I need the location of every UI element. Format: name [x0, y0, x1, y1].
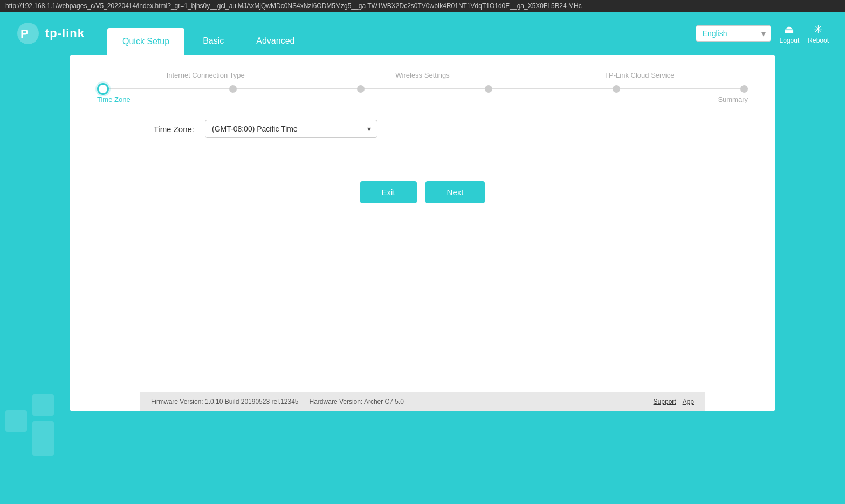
- watermark: [5, 394, 59, 461]
- language-selector-wrapper: English Chinese French: [696, 25, 771, 42]
- header-right: English Chinese French ⏏ Logout ✳ Reboot: [696, 23, 829, 44]
- nav-tabs: Quick Setup Basic Advanced: [106, 12, 696, 55]
- logout-button[interactable]: ⏏ Logout: [780, 23, 800, 44]
- steps-bottom-labels: Time Zone Summary: [97, 95, 748, 103]
- step-dot-0: [97, 83, 109, 95]
- step-label-wireless: Wireless Settings: [314, 71, 531, 79]
- step-dot-1: [229, 85, 237, 93]
- step-dot-4: [613, 85, 620, 93]
- step-label-cloud: TP-Link Cloud Service: [531, 71, 748, 79]
- step-label-timezone: Time Zone: [97, 95, 130, 103]
- logo-text: tp-link: [45, 26, 85, 40]
- tp-link-logo-icon: P: [16, 22, 40, 45]
- reboot-button[interactable]: ✳ Reboot: [808, 23, 829, 44]
- progress-track: [97, 82, 748, 95]
- logo-area: P tp-link: [16, 22, 85, 45]
- timezone-row: Time Zone: (GMT-12:00) International Dat…: [124, 120, 721, 138]
- timezone-select[interactable]: (GMT-12:00) International Date Line West…: [205, 120, 377, 138]
- steps-top-labels: Internet Connection Type Wireless Settin…: [97, 71, 748, 79]
- firmware-version: Firmware Version: 1.0.10 Build 20190523 …: [151, 398, 299, 405]
- svg-rect-3: [32, 394, 54, 416]
- tab-quick-setup[interactable]: Quick Setup: [106, 27, 186, 55]
- next-button[interactable]: Next: [425, 181, 485, 203]
- step-label-summary: Summary: [718, 95, 748, 103]
- language-select[interactable]: English Chinese French: [696, 25, 771, 42]
- footer: Firmware Version: 1.0.10 Build 20190523 …: [140, 392, 705, 411]
- dots-row: [97, 83, 748, 95]
- hardware-version: Hardware Version: Archer C7 5.0: [310, 398, 404, 405]
- step-dot-5: [740, 85, 748, 93]
- header: P tp-link Quick Setup Basic Advanced Eng…: [0, 12, 845, 55]
- tab-basic[interactable]: Basic: [188, 27, 239, 55]
- tab-advanced[interactable]: Advanced: [241, 27, 310, 55]
- svg-rect-2: [5, 410, 27, 432]
- wizard-steps: Internet Connection Type Wireless Settin…: [92, 71, 753, 103]
- timezone-select-wrapper: (GMT-12:00) International Date Line West…: [205, 120, 377, 138]
- step-dot-3: [485, 85, 492, 93]
- support-link[interactable]: Support: [654, 398, 676, 405]
- footer-left: Firmware Version: 1.0.10 Build 20190523 …: [151, 398, 404, 405]
- logout-icon: ⏏: [784, 23, 794, 36]
- svg-text:P: P: [20, 27, 29, 40]
- footer-links: Support App: [654, 398, 694, 405]
- address-bar: http://192.168.1.1/webpages_c/V5_2022041…: [0, 0, 845, 12]
- step-dot-2: [357, 85, 365, 93]
- step-label-internet: Internet Connection Type: [97, 71, 314, 79]
- reboot-icon: ✳: [814, 23, 823, 36]
- svg-rect-4: [32, 421, 54, 456]
- url-text: http://192.168.1.1/webpages_c/V5_2022041…: [5, 2, 582, 10]
- form-section: Time Zone: (GMT-12:00) International Dat…: [92, 109, 753, 160]
- timezone-label: Time Zone:: [124, 125, 194, 134]
- main-container: Internet Connection Type Wireless Settin…: [70, 55, 775, 411]
- exit-button[interactable]: Exit: [360, 181, 417, 203]
- app-link[interactable]: App: [683, 398, 694, 405]
- button-row: Exit Next: [92, 181, 753, 203]
